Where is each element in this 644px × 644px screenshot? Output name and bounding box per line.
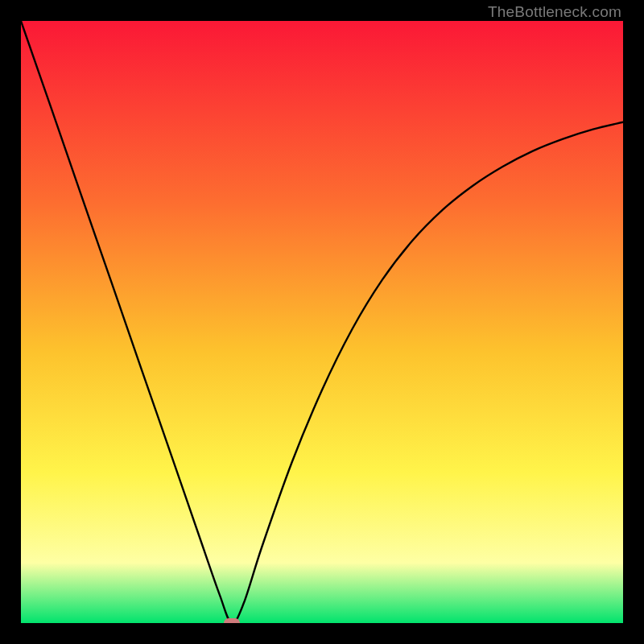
bottleneck-curve xyxy=(21,21,623,623)
optimum-marker xyxy=(224,618,240,623)
attribution-text: TheBottleneck.com xyxy=(488,3,621,21)
plot-area xyxy=(21,21,623,623)
chart-frame: TheBottleneck.com xyxy=(0,0,644,644)
